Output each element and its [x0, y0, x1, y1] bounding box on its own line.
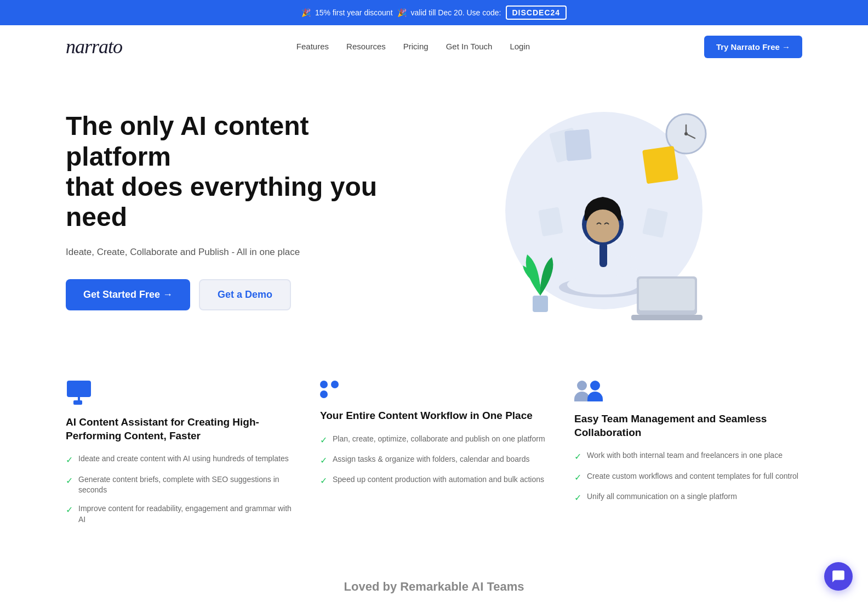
- promo-banner: 🎉 15% first year discount 🎉 valid till D…: [0, 0, 868, 25]
- svg-rect-11: [599, 242, 607, 267]
- chat-icon: [831, 569, 846, 584]
- feature-team-title: Easy Team Management and Seamless Collab…: [574, 412, 802, 439]
- get-demo-button[interactable]: Get a Demo: [199, 279, 291, 310]
- check-icon: ✓: [574, 492, 581, 504]
- list-item: ✓ Create custom workflows and content te…: [574, 471, 802, 484]
- hero-buttons: Get Started Free → Get a Demo: [66, 279, 384, 310]
- feature-workflow-list: ✓ Plan, create, optimize, collaborate an…: [320, 434, 548, 488]
- banner-text: 15% first year discount: [315, 8, 393, 17]
- logo: narrato: [66, 35, 122, 58]
- try-narrato-button[interactable]: Try Narrato Free →: [704, 36, 802, 58]
- check-icon: ✓: [66, 504, 73, 516]
- check-icon: ✓: [574, 472, 581, 484]
- list-item: ✓ Plan, create, optimize, collaborate an…: [320, 434, 548, 446]
- svg-rect-19: [631, 315, 703, 320]
- hero-heading: The only AI content platform that does e…: [66, 111, 384, 232]
- check-icon: ✓: [320, 455, 327, 467]
- list-item: ✓ Work with both internal team and freel…: [574, 450, 802, 463]
- features-section: AI Content Assistant for Creating High-P…: [0, 342, 868, 563]
- banner-code[interactable]: DISCDEC24: [506, 5, 567, 20]
- nav-resources[interactable]: Resources: [346, 42, 386, 51]
- check-icon: ✓: [320, 434, 327, 446]
- banner-emoji-left: 🎉: [301, 8, 311, 17]
- check-icon: ✓: [320, 475, 327, 487]
- list-item: ✓ Speed up content production with autom…: [320, 474, 548, 487]
- feature-team: Easy Team Management and Seamless Collab…: [574, 375, 802, 530]
- svg-rect-6: [564, 129, 592, 161]
- svg-point-14: [567, 275, 638, 294]
- hero-illustration: [483, 101, 724, 320]
- chat-button[interactable]: [824, 562, 853, 591]
- get-started-free-button[interactable]: Get Started Free →: [66, 279, 190, 310]
- team-icon: [574, 381, 802, 401]
- monitor-icon: [66, 381, 294, 405]
- check-icon: ✓: [66, 475, 73, 487]
- list-item: ✓ Assign tasks & organize with folders, …: [320, 454, 548, 467]
- list-item: ✓ Unify all communication on a single pl…: [574, 491, 802, 504]
- svg-point-16: [586, 209, 619, 242]
- svg-rect-18: [639, 279, 695, 310]
- svg-rect-20: [533, 296, 548, 312]
- workflow-icon: [320, 381, 548, 398]
- feature-workflow-title: Your Entire Content Workflow in One Plac…: [320, 409, 548, 423]
- feature-workflow: Your Entire Content Workflow in One Plac…: [320, 375, 548, 530]
- list-item: ✓ Improve content for readability, engag…: [66, 503, 294, 525]
- feature-ai-content: AI Content Assistant for Creating High-P…: [66, 375, 294, 530]
- svg-point-4: [684, 132, 688, 135]
- feature-team-list: ✓ Work with both internal team and freel…: [574, 450, 802, 504]
- feature-ai-list: ✓ Ideate and create content with AI usin…: [66, 454, 294, 525]
- feature-ai-title: AI Content Assistant for Creating High-P…: [66, 416, 294, 443]
- nav-links: Features Resources Pricing Get In Touch …: [296, 42, 530, 52]
- check-icon: ✓: [574, 451, 581, 463]
- nav-get-in-touch[interactable]: Get In Touch: [446, 42, 493, 51]
- nav-login[interactable]: Login: [510, 42, 530, 51]
- hero-left: The only AI content platform that does e…: [66, 111, 384, 310]
- list-item: ✓ Ideate and create content with AI usin…: [66, 454, 294, 466]
- banner-valid-text: valid till Dec 20. Use code:: [411, 8, 501, 17]
- navbar: narrato Features Resources Pricing Get I…: [0, 25, 868, 68]
- hero-right: [406, 101, 802, 320]
- hero-subtext: Ideate, Create, Collaborate and Publish …: [66, 245, 384, 259]
- nav-features[interactable]: Features: [296, 42, 329, 51]
- nav-pricing[interactable]: Pricing: [403, 42, 429, 51]
- bottom-hint: Loved by Remarkable AI Teams: [0, 563, 868, 599]
- svg-rect-7: [642, 146, 678, 184]
- hero-section: The only AI content platform that does e…: [0, 68, 868, 342]
- list-item: ✓ Generate content briefs, complete with…: [66, 474, 294, 496]
- banner-emoji-right: 🎉: [397, 8, 407, 17]
- check-icon: ✓: [66, 454, 73, 466]
